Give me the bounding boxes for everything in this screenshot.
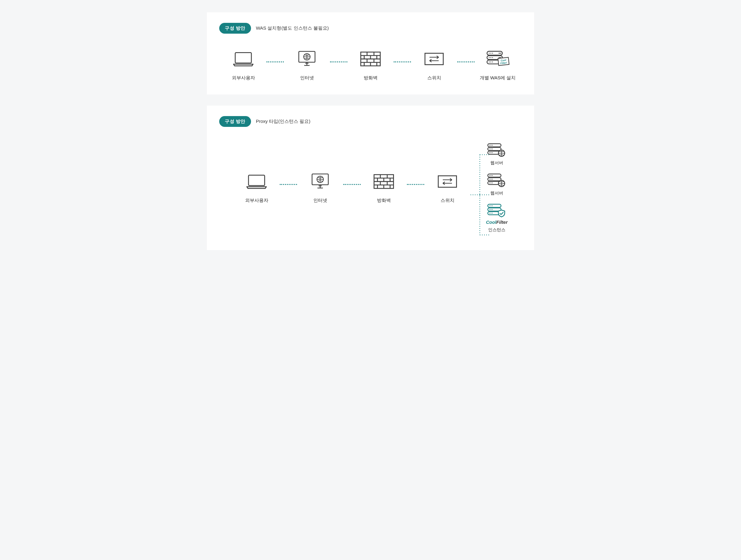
node-switch: 스위치	[411, 49, 457, 81]
svg-point-8	[489, 53, 490, 54]
label-firewall: 방화벽	[364, 75, 378, 81]
node-was: Cool Filter! 개별 WAS에 설치	[475, 49, 521, 81]
badge-config: 구성 방안	[219, 116, 251, 127]
svg-point-35	[491, 152, 491, 153]
svg-point-30	[492, 145, 492, 145]
svg-point-9	[490, 53, 491, 54]
svg-rect-4	[425, 53, 443, 65]
logo-part-2: Filter	[496, 219, 508, 225]
svg-point-46	[492, 179, 492, 180]
svg-point-43	[492, 175, 492, 176]
svg-rect-24	[438, 176, 456, 187]
server-globe-icon	[486, 172, 508, 188]
svg-point-56	[492, 205, 492, 206]
svg-point-13	[492, 57, 493, 58]
svg-point-55	[491, 205, 491, 206]
server-shield-icon	[486, 203, 508, 218]
globe-monitor-icon	[294, 49, 319, 69]
label-web1: 웹서버	[490, 160, 503, 166]
panel1-flow: 외부사용자 인터넷	[219, 46, 522, 81]
svg-point-33	[492, 148, 492, 149]
svg-point-57	[489, 209, 490, 210]
badge-config: 구성 방안	[219, 23, 251, 33]
svg-point-48	[491, 183, 491, 183]
svg-point-59	[492, 209, 492, 210]
label-switch: 스위치	[441, 198, 455, 203]
svg-point-47	[489, 183, 490, 183]
node-client: 외부사용자	[233, 171, 280, 203]
svg-point-54	[489, 205, 490, 206]
label-web2: 웹서버	[490, 191, 503, 196]
switch-icon	[422, 49, 447, 69]
svg-point-29	[491, 145, 491, 145]
panel2-flow: 외부사용자 인터넷	[219, 139, 522, 233]
svg-point-32	[491, 148, 491, 149]
node-client: 외부사용자	[220, 49, 266, 81]
connector	[280, 184, 297, 185]
server-coolfilter-icon: Cool Filter!	[485, 49, 510, 69]
node-firewall: 방화벽	[347, 49, 394, 81]
connector	[457, 61, 475, 62]
laptop-icon	[231, 49, 256, 69]
node-internet: 인터넷	[297, 171, 343, 203]
connector	[266, 61, 284, 62]
svg-point-42	[491, 175, 491, 176]
laptop-icon	[244, 171, 269, 191]
svg-point-15	[490, 61, 491, 62]
node-internet: 인터넷	[284, 49, 330, 81]
svg-point-45	[491, 179, 491, 180]
label-switch: 스위치	[427, 75, 441, 81]
panel-was-install: 구성 방안 WAS 설치형(별도 인스턴스 불필요) 외부사용자	[207, 12, 534, 94]
panel-proxy: 구성 방안 Proxy 타입(인스턴스 필요) 외부사용자	[207, 106, 534, 250]
svg-rect-20	[249, 175, 265, 186]
panel1-subtitle: WAS 설치형(별도 인스턴스 불필요)	[256, 25, 329, 31]
svg-point-60	[489, 213, 490, 213]
node-switch: 스위치	[424, 171, 471, 203]
panel1-header: 구성 방안 WAS 설치형(별도 인스턴스 불필요)	[219, 23, 522, 33]
svg-point-31	[489, 148, 490, 149]
switch-icon	[435, 171, 460, 191]
svg-point-34	[489, 152, 490, 153]
svg-point-11	[489, 57, 490, 58]
label-client: 외부사용자	[245, 198, 268, 203]
label-client: 외부사용자	[232, 75, 255, 81]
label-internet: 인터넷	[313, 198, 327, 203]
svg-point-28	[489, 145, 490, 145]
panel2-subtitle: Proxy 타입(인스턴스 필요)	[256, 119, 311, 124]
svg-point-62	[492, 213, 492, 213]
coolfilter-logo: CoolFilter	[486, 219, 508, 225]
globe-monitor-icon	[308, 171, 333, 191]
connector	[330, 61, 347, 62]
svg-point-14	[489, 61, 490, 62]
label-firewall: 방화벽	[377, 198, 391, 203]
panel2-header: 구성 방안 Proxy 타입(인스턴스 필요)	[219, 116, 522, 127]
svg-point-41	[489, 175, 490, 176]
svg-point-58	[491, 209, 491, 210]
label-instance: 인스턴스	[488, 227, 506, 233]
svg-point-36	[492, 152, 492, 153]
firewall-icon	[358, 49, 383, 69]
svg-point-61	[491, 213, 491, 213]
node-firewall: 방화벽	[361, 171, 407, 203]
svg-rect-0	[235, 53, 251, 63]
svg-point-10	[492, 53, 493, 54]
svg-point-49	[492, 183, 492, 183]
label-was: 개별 WAS에 설치	[480, 75, 516, 81]
server-globe-icon	[486, 142, 508, 158]
connector	[407, 184, 424, 185]
svg-point-16	[492, 61, 493, 62]
svg-point-44	[489, 179, 490, 180]
svg-point-12	[490, 57, 491, 58]
connector	[343, 184, 361, 185]
connector	[394, 61, 411, 62]
label-internet: 인터넷	[300, 75, 314, 81]
firewall-icon	[372, 171, 396, 191]
